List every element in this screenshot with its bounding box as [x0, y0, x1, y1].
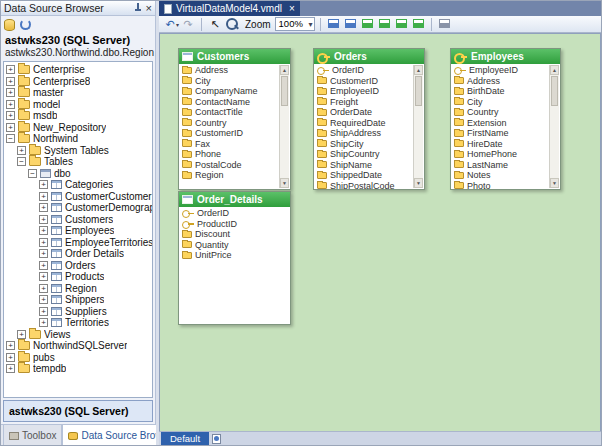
tree-item[interactable]: −Tables — [4, 156, 152, 168]
entity-field[interactable]: ShipCountry — [314, 149, 413, 160]
scroll-thumb[interactable] — [281, 76, 288, 106]
scroll-thumb[interactable] — [551, 76, 558, 106]
scroll-down-icon[interactable] — [280, 178, 289, 188]
expander-icon[interactable]: + — [39, 295, 48, 304]
entity-header[interactable]: Orders — [314, 49, 424, 64]
entity-field[interactable]: OrderDate — [314, 107, 413, 118]
entity-field[interactable]: HomePhone — [451, 149, 549, 160]
tree-item[interactable]: +model — [4, 99, 152, 111]
entity-header[interactable]: Employees — [451, 49, 560, 64]
expander-icon[interactable]: + — [6, 364, 15, 373]
tree-item[interactable]: +Suppliers — [4, 306, 152, 318]
expander-icon[interactable]: + — [39, 180, 48, 189]
entity-field[interactable]: Phone — [179, 149, 279, 160]
entity-field[interactable]: Address — [179, 65, 279, 76]
entity-field[interactable]: LastName — [451, 160, 549, 171]
tree-item[interactable]: +Categories — [4, 179, 152, 191]
tree-item[interactable]: +msdb — [4, 110, 152, 122]
entity-field[interactable]: BirthDate — [451, 86, 549, 97]
tree-item[interactable]: +NorthwindSQLServer — [4, 340, 152, 352]
expander-icon[interactable]: + — [6, 88, 15, 97]
expander-icon[interactable]: + — [6, 111, 15, 120]
entity-field[interactable]: EmployeeID — [451, 65, 549, 76]
entity-field[interactable]: ShipCity — [314, 139, 413, 150]
entity-field[interactable]: HireDate — [451, 139, 549, 150]
entity-field[interactable]: Notes — [451, 170, 549, 181]
tree-item[interactable]: +Shippers — [4, 294, 152, 306]
expand-all-entities-icon[interactable] — [394, 17, 409, 31]
expander-icon[interactable]: + — [6, 353, 15, 362]
entity-field[interactable]: Quantity — [179, 240, 290, 251]
entity-field[interactable]: ShipName — [314, 160, 413, 171]
tree-item[interactable]: +CustomerCustomerDemo — [4, 191, 152, 203]
tree-item[interactable]: +Territories — [4, 317, 152, 329]
tree-item[interactable]: +EmployeeTerritories — [4, 237, 152, 249]
entity-field[interactable]: OrderID — [179, 208, 290, 219]
entity-field[interactable]: ContactName — [179, 97, 279, 108]
expander-icon[interactable]: + — [39, 307, 48, 316]
expander-icon[interactable]: + — [39, 226, 48, 235]
entity-field[interactable]: Discount — [179, 229, 290, 240]
scroll-down-icon[interactable] — [414, 178, 423, 188]
expander-icon[interactable]: + — [39, 284, 48, 293]
entity-scrollbar[interactable] — [413, 65, 423, 188]
actual-size-icon[interactable] — [343, 17, 358, 31]
entity-field[interactable]: Fax — [179, 139, 279, 150]
entity-field[interactable]: FirstName — [451, 128, 549, 139]
entity-field[interactable]: PostalCode — [179, 160, 279, 171]
entity-field[interactable]: Photo — [451, 181, 549, 190]
pointer-select-icon[interactable]: ↖ — [207, 17, 223, 32]
expander-icon[interactable]: − — [28, 169, 37, 178]
entity-field[interactable]: CustomerID — [314, 76, 413, 87]
entity-customers[interactable]: CustomersAddressCityCompanyNameContactNa… — [178, 48, 291, 190]
expander-icon[interactable]: + — [6, 123, 15, 132]
database-icon[interactable] — [4, 19, 15, 31]
scroll-up-icon[interactable] — [280, 65, 289, 75]
expander-icon[interactable]: + — [17, 146, 26, 155]
scroll-up-icon[interactable] — [550, 65, 559, 75]
tree-item[interactable]: −Northwind — [4, 133, 152, 145]
tree-item[interactable]: +Employees — [4, 225, 152, 237]
entity-field[interactable]: Extension — [451, 118, 549, 129]
close-icon[interactable]: × — [146, 3, 152, 13]
entity-field[interactable]: Region — [179, 170, 279, 181]
entity-field[interactable]: RequiredDate — [314, 118, 413, 129]
entity-field[interactable]: Country — [451, 107, 549, 118]
expander-icon[interactable]: + — [17, 330, 26, 339]
tree-item[interactable]: +New_Repository — [4, 122, 152, 134]
expander-icon[interactable]: + — [6, 341, 15, 350]
entity-header[interactable]: Customers — [179, 49, 290, 64]
layout-horizontal-icon[interactable] — [360, 17, 375, 31]
scroll-down-icon[interactable] — [550, 178, 559, 188]
entity-scrollbar[interactable] — [279, 65, 289, 188]
entity-field[interactable]: ShipPostalCode — [314, 181, 413, 190]
tree-item[interactable]: +Orders — [4, 260, 152, 272]
entity-field[interactable]: Address — [451, 76, 549, 87]
expander-icon[interactable]: + — [6, 100, 15, 109]
model-view-icon[interactable] — [212, 434, 221, 444]
entity-scrollbar[interactable] — [549, 65, 559, 188]
tree-item[interactable]: +Region — [4, 283, 152, 295]
entity-orders[interactable]: OrdersOrderIDCustomerIDEmployeeIDFreight… — [313, 48, 425, 190]
expander-icon[interactable]: + — [39, 261, 48, 270]
entity-field[interactable]: Country — [179, 118, 279, 129]
entity-field[interactable]: ProductID — [179, 219, 290, 230]
fit-to-window-icon[interactable] — [326, 17, 341, 31]
default-view-tab[interactable]: Default — [161, 432, 209, 445]
expander-icon[interactable]: + — [6, 65, 15, 74]
expander-icon[interactable]: − — [17, 157, 26, 166]
entity-field[interactable]: ShipAddress — [314, 128, 413, 139]
expander-icon[interactable]: − — [6, 134, 15, 143]
document-tab[interactable]: VirtualDataModel4.vmdl × — [159, 1, 300, 16]
entity-field[interactable]: OrderID — [314, 65, 413, 76]
entity-order_details[interactable]: Order_DetailsOrderIDProductIDDiscountQua… — [178, 191, 291, 325]
bottom-tab-toolbox[interactable]: Toolbox — [3, 425, 62, 446]
tree-item[interactable]: +Views — [4, 329, 152, 341]
tree-item[interactable]: +Centerprise — [4, 64, 152, 76]
undo-icon[interactable]: ↶▾ — [162, 17, 178, 32]
entity-field[interactable]: EmployeeID — [314, 86, 413, 97]
entity-field[interactable]: ContactTitle — [179, 107, 279, 118]
tree-item[interactable]: +master — [4, 87, 152, 99]
collapse-all-entities-icon[interactable] — [411, 17, 426, 31]
entity-field[interactable]: Freight — [314, 97, 413, 108]
